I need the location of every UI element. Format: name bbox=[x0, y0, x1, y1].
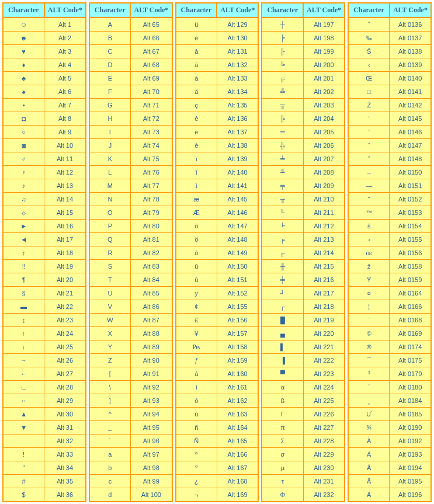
altcode-cell: Alt 85 bbox=[130, 287, 172, 300]
table-row: åAlt 134 bbox=[176, 85, 259, 99]
table-row: ΦAlt 232 bbox=[262, 488, 345, 502]
character-cell: T bbox=[89, 273, 131, 287]
altcode-cell: Alt 0141 bbox=[390, 85, 431, 99]
character-cell: š bbox=[348, 220, 390, 233]
altcode-cell: Alt 129 bbox=[217, 18, 258, 32]
character-cell: “ bbox=[348, 139, 390, 152]
altcode-cell: Alt 96 bbox=[130, 435, 172, 448]
table-row: ÀAlt 0192 bbox=[348, 435, 431, 448]
table-row: ¿Alt 168 bbox=[176, 475, 259, 488]
table-row: ♫Alt 14 bbox=[3, 193, 86, 206]
table-row: ═Alt 205 bbox=[262, 126, 345, 139]
table-row: [Alt 91 bbox=[89, 367, 172, 381]
altcode-cell: Alt 0150 bbox=[390, 166, 431, 179]
altcode-cell: Alt 99 bbox=[130, 475, 172, 488]
altcode-cell: Alt 139 bbox=[217, 152, 258, 166]
altcode-cell: Alt 145 bbox=[217, 193, 258, 206]
table-row: AAlt 65 bbox=[89, 18, 172, 32]
table-row: äAlt 132 bbox=[176, 58, 259, 72]
table-row: \Alt 92 bbox=[89, 381, 172, 394]
table-row: ☻Alt 2 bbox=[3, 32, 86, 45]
altcode-cell: Alt 8 bbox=[44, 112, 86, 126]
character-cell: \ bbox=[89, 381, 131, 394]
character-cell: ù bbox=[176, 273, 217, 287]
character-cell: ♥ bbox=[3, 45, 44, 58]
table-row: dAlt 100 bbox=[89, 488, 172, 502]
character-cell: Σ bbox=[262, 435, 303, 448]
altcode-cell: Alt 133 bbox=[217, 72, 258, 85]
table-row: µAlt 230 bbox=[262, 461, 345, 475]
table-row: σAlt 229 bbox=[262, 448, 345, 461]
altcode-cell: Alt 1 bbox=[44, 18, 86, 32]
altcode-cell: Alt 2 bbox=[44, 32, 86, 45]
table-row: šAlt 0154 bbox=[348, 220, 431, 233]
table-row: →Alt 26 bbox=[3, 354, 86, 367]
character-cell: c bbox=[89, 475, 131, 488]
character-cell: _ bbox=[89, 421, 131, 435]
altcode-cell: Alt 22 bbox=[44, 300, 86, 314]
altcode-cell: Alt 213 bbox=[303, 233, 345, 246]
table-row: ╬Alt 206 bbox=[262, 139, 345, 152]
table-row: ╩Alt 202 bbox=[262, 85, 345, 99]
table-row: ☺Alt 1 bbox=[3, 18, 86, 32]
table-row: VAlt 86 bbox=[89, 300, 172, 314]
character-cell: ì bbox=[176, 179, 217, 193]
altcode-cell: Alt 90 bbox=[130, 354, 172, 367]
altcode-cell: Alt 3 bbox=[44, 45, 86, 58]
altcode-cell: Alt 16 bbox=[44, 220, 86, 233]
table-row: ®Alt 0174 bbox=[348, 340, 431, 354]
altcode-cell: Alt 130 bbox=[217, 32, 258, 45]
character-cell: § bbox=[3, 287, 44, 300]
altcode-cell: Alt 67 bbox=[130, 45, 172, 58]
character-cell: R bbox=[89, 246, 131, 260]
altcode-cell: Alt 77 bbox=[130, 179, 172, 193]
character-cell: î bbox=[176, 166, 217, 179]
table-row: TAlt 84 bbox=[89, 273, 172, 287]
table-row: ♠Alt 6 bbox=[3, 85, 86, 99]
altcode-cell: Alt 79 bbox=[130, 206, 172, 220]
character-cell: G bbox=[89, 99, 131, 112]
header-character: Character bbox=[3, 3, 44, 18]
altcode-cell: Alt 84 bbox=[130, 273, 172, 287]
altcode-cell: Alt 23 bbox=[44, 314, 86, 327]
table-row: ○Alt 9 bbox=[3, 126, 86, 139]
altcode-cell: Alt 141 bbox=[217, 179, 258, 193]
character-cell: V bbox=[89, 300, 131, 314]
altcode-cell: Alt 201 bbox=[303, 72, 345, 85]
table-row: Alt 32 bbox=[3, 435, 86, 448]
table-row: ╪Alt 216 bbox=[262, 273, 345, 287]
table-row: ΓAlt 226 bbox=[262, 408, 345, 421]
character-cell: I bbox=[89, 126, 131, 139]
character-cell: ú bbox=[176, 408, 217, 421]
table-row: üAlt 129 bbox=[176, 18, 259, 32]
altcode-cell: Alt 0140 bbox=[390, 72, 431, 85]
character-cell: Γ bbox=[262, 408, 303, 421]
character-cell: ═ bbox=[262, 126, 303, 139]
character-cell: D bbox=[89, 58, 131, 72]
altcode-cell: Alt 0190 bbox=[390, 421, 431, 435]
altcode-cell: Alt 0192 bbox=[390, 435, 431, 448]
character-cell: ‰ bbox=[348, 32, 390, 45]
altcode-cell: Alt 200 bbox=[303, 58, 345, 72]
table-row: úAlt 163 bbox=[176, 408, 259, 421]
character-cell: b bbox=[89, 461, 131, 475]
character-cell: ♦ bbox=[3, 58, 44, 72]
altcode-cell: Alt 0164 bbox=[390, 287, 431, 300]
table-row: ³Alt 0179 bbox=[348, 367, 431, 381]
table-row: ÁAlt 0193 bbox=[348, 448, 431, 461]
character-cell: ▀ bbox=[262, 367, 303, 381]
character-cell: ╠ bbox=[262, 112, 303, 126]
altcode-cell: Alt 209 bbox=[303, 179, 345, 193]
table-row: žAlt 0158 bbox=[348, 260, 431, 273]
character-cell: ₧ bbox=[176, 340, 217, 354]
altcode-cell: Alt 204 bbox=[303, 112, 345, 126]
altcode-cell: Alt 0151 bbox=[390, 179, 431, 193]
altcode-cell: Alt 132 bbox=[217, 58, 258, 72]
character-cell: → bbox=[3, 354, 44, 367]
table-row: ]Alt 93 bbox=[89, 394, 172, 408]
table-row: •Alt 7 bbox=[3, 99, 86, 112]
altcode-cell: Alt 83 bbox=[130, 260, 172, 273]
table-row: `Alt 96 bbox=[89, 435, 172, 448]
character-cell: ╨ bbox=[262, 166, 303, 179]
altcode-cell: Alt 78 bbox=[130, 193, 172, 206]
